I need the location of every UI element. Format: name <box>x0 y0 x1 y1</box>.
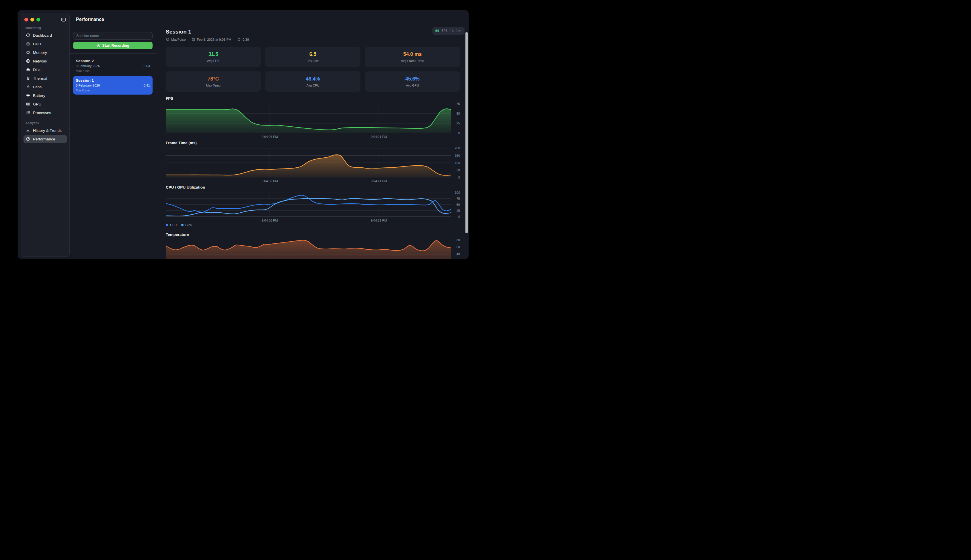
battery-icon <box>26 93 30 98</box>
stat-value: 31.5 <box>209 51 218 57</box>
trend-chart-icon <box>26 128 30 133</box>
y-axis-tick: 200 <box>455 147 460 150</box>
sidebar-section-label: Monitoring <box>23 26 67 30</box>
chart-cpu-gpu: CPU / GPU Utilization 9:04:06 PM9:04:21 … <box>166 185 460 227</box>
thermometer-icon <box>26 76 30 80</box>
y-axis-tick: 80 <box>456 238 460 242</box>
sidebar-item-label: Processes <box>33 111 51 115</box>
session-panel: Performance Start Recording Session 2 8 … <box>70 10 156 259</box>
charts-section: FPS 9:04:06 PM9:04:21 PM 7550250 Frame T… <box>166 96 460 259</box>
y-axis-tick: 75 <box>456 197 460 200</box>
frame-time-value: 16.7ms <box>450 29 462 33</box>
session-duration: 0:41 <box>144 84 150 87</box>
y-axis-tick: 0 <box>458 176 460 179</box>
y-axis-tick: 60 <box>456 245 460 249</box>
meta-duration: 0:39 <box>242 38 249 41</box>
sidebar-item-label: Fans <box>33 85 42 89</box>
panel-title: Performance <box>76 17 152 22</box>
sidebar-item-network[interactable]: Network <box>23 57 67 65</box>
session-date: 8 February 2026 <box>76 64 100 68</box>
chart-title: CPU / GPU Utilization <box>166 185 460 190</box>
frame-time-svg <box>166 148 451 177</box>
gpu-line <box>166 198 451 216</box>
sidebar-item-label: GPU <box>33 102 41 106</box>
internal-drive-icon <box>26 67 30 72</box>
chart-plot: 9:04:06 PM9:04:21 PM <box>166 104 451 133</box>
stat-value: 6.5 <box>309 51 316 57</box>
session-meta: MacPulse Feb 8, 2026 at 9:03 PM 0:39 <box>166 38 460 41</box>
sidebar-nav: Monitoring Dashboard CPU Memory <box>23 26 67 143</box>
chart-y-axis: 7550250 <box>451 104 460 133</box>
stat-card-avg-cpu: 46.4% Avg CPU <box>265 72 360 92</box>
sidebar-item-label: Memory <box>33 50 47 55</box>
session-name-input[interactable] <box>73 32 152 40</box>
y-axis-tick: 50 <box>456 203 460 206</box>
stat-value: 78°C <box>207 76 219 82</box>
sidebar-item-battery[interactable]: Battery <box>23 92 67 100</box>
stat-label: Avg Frame Time <box>401 59 424 62</box>
sidebar-item-dashboard[interactable]: Dashboard <box>23 32 67 39</box>
y-axis-tick: 40 <box>456 252 460 256</box>
stat-value: 46.4% <box>306 76 320 82</box>
session-app: MacPulse <box>76 88 150 92</box>
app-window: Monitoring Dashboard CPU Memory <box>18 10 469 259</box>
stat-label: Max Temp <box>206 84 221 87</box>
sidebar-item-memory[interactable]: Memory <box>23 49 67 57</box>
x-axis-label: 9:04:21 PM <box>371 179 387 183</box>
sidebar-item-gpu[interactable]: GPU <box>23 100 67 108</box>
meta-app: MacPulse <box>171 38 186 41</box>
zoom-button[interactable] <box>37 18 40 22</box>
legend-cpu: CPU <box>166 223 177 227</box>
y-axis-tick: 150 <box>455 154 460 157</box>
start-recording-button[interactable]: Start Recording <box>73 42 152 49</box>
minimize-button[interactable] <box>30 18 34 22</box>
session-name: Session 1 <box>76 78 150 83</box>
chart-plot: 9:04:06 PM9:04:21 PM <box>166 193 451 217</box>
close-button[interactable] <box>24 18 28 22</box>
sidebar-item-thermal[interactable]: Thermal <box>23 75 67 82</box>
stats-grid: 31.5 Avg FPS 6.5 1% Low 54.0 ms Avg Fram… <box>166 47 460 92</box>
sidebar-toggle-icon[interactable] <box>61 17 66 22</box>
sidebar-item-disk[interactable]: Disk <box>23 66 67 74</box>
chart-plot: 9:04:06 PM9:04:21 PM <box>166 240 451 259</box>
page-title: Session 1 <box>166 29 460 35</box>
y-axis-tick: 50 <box>456 112 460 115</box>
chart-title: Frame Time (ms) <box>166 141 460 145</box>
gpu-icon <box>26 102 30 106</box>
x-axis-label: 9:04:06 PM <box>262 219 277 222</box>
session-list: Session 2 8 February 2026 0:03 MacPulse … <box>73 57 152 95</box>
temperature-svg <box>166 240 451 259</box>
session-item-session-2[interactable]: Session 2 8 February 2026 0:03 MacPulse <box>73 57 152 75</box>
y-axis-tick: 50 <box>456 168 460 172</box>
y-axis-tick: 25 <box>456 122 460 125</box>
gauge-icon <box>26 33 30 38</box>
chart-title: Temperature <box>166 232 460 237</box>
memory-chip-icon <box>26 50 30 55</box>
chart-temperature: Temperature 9:04:06 PM9:04:21 PM 806040 <box>166 232 460 259</box>
svg-text:3: 3 <box>27 113 27 115</box>
sidebar-item-label: History & Trends <box>33 128 62 133</box>
sidebar-item-history-trends[interactable]: History & Trends <box>23 127 67 134</box>
chart-title: FPS <box>166 96 460 101</box>
vertical-scrollbar[interactable] <box>465 32 468 233</box>
sidebar-item-performance[interactable]: Performance <box>23 135 67 143</box>
sidebar-item-fans[interactable]: Fans <box>23 83 67 91</box>
fps-value: 60 <box>435 29 440 33</box>
session-name: Session 2 <box>76 59 150 63</box>
sidebar-item-label: Battery <box>33 93 45 98</box>
sidebar-item-processes[interactable]: 123 Processes <box>23 109 67 117</box>
sidebar-item-label: Thermal <box>33 76 47 80</box>
sidebar-section-label: Analytics <box>23 121 67 125</box>
session-item-session-1[interactable]: Session 1 8 February 2026 0:41 MacPulse <box>73 76 152 95</box>
chart-y-axis: 1007550250 <box>451 193 460 217</box>
sidebar-item-label: Network <box>33 59 47 63</box>
legend-gpu: GPU <box>181 223 192 227</box>
y-axis-tick: 25 <box>456 209 460 212</box>
stat-label: Avg FPS <box>207 59 219 62</box>
chart-fps: FPS 9:04:06 PM9:04:21 PM 7550250 <box>166 96 460 133</box>
sidebar: Monitoring Dashboard CPU Memory <box>21 13 70 257</box>
cpu-gpu-svg <box>166 193 451 217</box>
x-axis-label: 9:04:06 PM <box>262 179 277 183</box>
sidebar-item-cpu[interactable]: CPU <box>23 40 67 48</box>
app-window-icon <box>166 38 169 41</box>
